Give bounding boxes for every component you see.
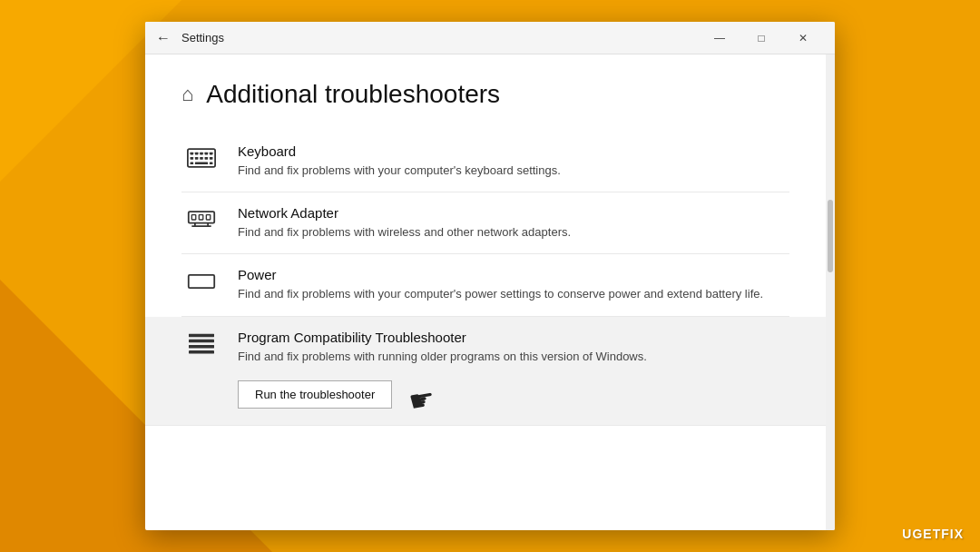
- svg-rect-8: [200, 157, 203, 160]
- keyboard-item: Keyboard Find and fix problems with your…: [181, 131, 789, 192]
- minimize-button[interactable]: —: [699, 22, 740, 54]
- svg-rect-4: [205, 153, 209, 155]
- svg-rect-25: [189, 350, 214, 354]
- network-adapter-item: Network Adapter Find and fix problems wi…: [181, 192, 789, 254]
- scrollbar[interactable]: [826, 54, 835, 530]
- program-compatibility-icon: [181, 331, 221, 357]
- svg-rect-3: [200, 153, 203, 155]
- svg-rect-10: [210, 157, 213, 160]
- watermark: UGETFIX: [902, 527, 964, 541]
- power-name: Power: [238, 267, 789, 282]
- program-compatibility-name: Program Compatibility Troubleshooter: [238, 330, 789, 345]
- power-content: Power Find and fix problems with your co…: [238, 267, 789, 302]
- svg-rect-2: [195, 153, 199, 155]
- power-icon: [181, 269, 221, 294]
- troubleshooter-list: Keyboard Find and fix problems with your…: [181, 131, 789, 426]
- svg-rect-21: [189, 275, 214, 288]
- svg-rect-24: [189, 344, 214, 348]
- power-desc: Find and fix problems with your computer…: [238, 286, 789, 302]
- network-adapter-icon: [181, 207, 221, 232]
- svg-rect-17: [206, 215, 210, 220]
- network-adapter-desc: Find and fix problems with wireless and …: [238, 224, 789, 241]
- svg-rect-16: [199, 215, 202, 220]
- window-content: ⌂ Additional troubleshooters: [145, 54, 835, 530]
- maximize-button[interactable]: □: [740, 22, 782, 54]
- svg-rect-6: [191, 157, 194, 160]
- svg-rect-5: [210, 153, 213, 155]
- program-compatibility-item: Program Compatibility Troubleshooter Fin…: [145, 317, 826, 426]
- page-header: ⌂ Additional troubleshooters: [181, 80, 789, 109]
- home-icon: ⌂: [181, 83, 193, 106]
- network-adapter-content: Network Adapter Find and fix problems wi…: [238, 205, 789, 241]
- svg-rect-11: [195, 162, 208, 164]
- window-controls: — □ ✕: [699, 22, 824, 54]
- back-button[interactable]: ←: [156, 30, 171, 46]
- run-btn-area: Run the troubleshooter ☚: [238, 378, 789, 412]
- run-troubleshooter-button[interactable]: Run the troubleshooter: [238, 380, 392, 409]
- window-title: Settings: [181, 31, 699, 44]
- program-compatibility-desc: Find and fix problems with running older…: [238, 349, 789, 365]
- keyboard-content: Keyboard Find and fix problems with your…: [238, 143, 789, 179]
- power-item: Power Find and fix problems with your co…: [181, 254, 789, 316]
- svg-rect-7: [195, 157, 199, 160]
- svg-rect-13: [210, 162, 213, 164]
- program-compatibility-content: Program Compatibility Troubleshooter Fin…: [238, 330, 789, 412]
- svg-rect-12: [191, 162, 194, 164]
- svg-rect-15: [191, 215, 195, 220]
- keyboard-name: Keyboard: [238, 143, 789, 159]
- settings-window: ← Settings — □ ✕ ⌂ Additional troublesho…: [145, 22, 835, 530]
- svg-rect-9: [205, 157, 209, 160]
- titlebar: ← Settings — □ ✕: [145, 22, 835, 54]
- page-title: Additional troubleshooters: [206, 80, 500, 109]
- network-adapter-name: Network Adapter: [238, 205, 789, 221]
- keyboard-desc: Find and fix problems with your computer…: [238, 163, 789, 179]
- svg-rect-22: [189, 333, 214, 337]
- close-button[interactable]: ✕: [782, 22, 824, 54]
- scrollbar-thumb[interactable]: [828, 200, 833, 272]
- keyboard-icon: [181, 145, 221, 171]
- cursor-icon: ☚: [406, 381, 437, 419]
- main-area: ⌂ Additional troubleshooters: [145, 54, 826, 530]
- svg-rect-1: [191, 153, 194, 155]
- svg-rect-23: [189, 339, 214, 342]
